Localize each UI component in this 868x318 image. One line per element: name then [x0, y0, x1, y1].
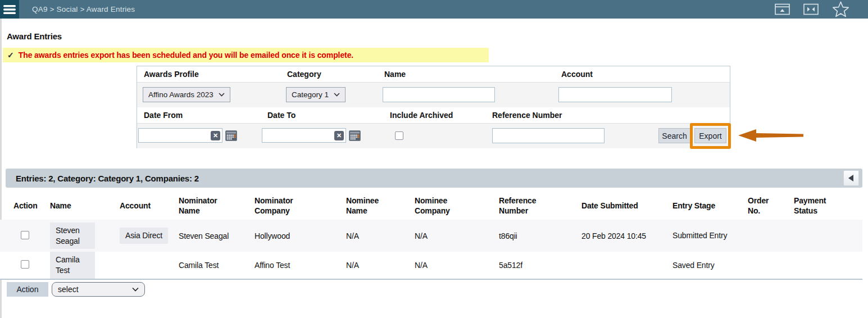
col-nominee-name: Nominee Name [346, 192, 415, 220]
breadcrumb[interactable]: QA9 > Social > Award Entries [32, 0, 135, 19]
row-checkbox[interactable] [21, 231, 29, 239]
cell-nominee-name: N/A [346, 220, 415, 252]
calendar-icon[interactable] [349, 130, 361, 141]
award-entries-page: QA9 > Social > Award Entries [0, 0, 868, 318]
col-account: Account [120, 192, 179, 220]
table-row: Camila Test Camila Test Affino Test N/A … [0, 252, 862, 279]
notice-text: The awards entries export has been sched… [19, 51, 353, 60]
cell-order-no [748, 252, 794, 279]
account-input[interactable] [558, 87, 672, 102]
table-header-row: Action Name Account Nominator Name Nomin… [0, 192, 862, 220]
row-checkbox[interactable] [21, 260, 29, 269]
col-date-submitted: Date Submitted [581, 192, 672, 220]
hamburger-icon [3, 4, 16, 15]
date-to-label: Date To [267, 111, 296, 120]
cell-entry-stage: Saved Entry [672, 252, 748, 279]
topbar-icons [775, 0, 849, 19]
include-archived-checkbox[interactable] [395, 131, 403, 140]
star-icon[interactable] [832, 1, 849, 17]
account-label: Account [561, 70, 593, 79]
clear-date-icon[interactable]: ✕ [211, 131, 220, 140]
col-nominator-company: Nominator Company [255, 192, 346, 220]
table-row: Steven Seagal Asia Direct Steven Seagal … [0, 220, 862, 252]
cell-nominee-company: N/A [415, 220, 499, 252]
triangle-left-icon [847, 174, 855, 182]
category-selected: Category 1 [292, 90, 329, 99]
cell-nominee-name: N/A [346, 252, 415, 279]
action-select[interactable]: select [52, 282, 145, 297]
col-nominee-company: Nominee Company [415, 192, 499, 220]
chevron-down-icon [219, 93, 225, 97]
cell-reference-number: 5a512f [499, 252, 581, 279]
page-title: Award Entries [7, 31, 62, 41]
category-select[interactable]: Category 1 [286, 87, 346, 102]
results-summary: Entries: 2, Category: Category 1, Compan… [16, 174, 199, 183]
action-select-value: select [58, 285, 132, 294]
success-notice: ✓ The awards entries export has been sch… [3, 48, 489, 62]
window-panel-icon[interactable] [775, 3, 790, 15]
col-entry-stage: Entry Stage [672, 192, 748, 220]
date-to-input[interactable]: ✕ [262, 128, 346, 143]
include-archived-label: Include Archived [390, 111, 453, 120]
topbar: QA9 > Social > Award Entries [0, 0, 868, 19]
collapse-panel-button[interactable] [843, 170, 859, 186]
cell-nominator-name: Camila Test [179, 252, 255, 279]
awards-profile-selected: Affino Awards 2023 [148, 90, 213, 99]
cell-nominator-company: Affino Test [255, 252, 346, 279]
hamburger-menu-button[interactable] [0, 0, 19, 19]
entry-name-link[interactable]: Camila Test [50, 252, 95, 279]
date-from-field: ✕ [138, 128, 237, 143]
check-icon: ✓ [7, 51, 14, 60]
cell-payment-status [794, 220, 862, 252]
cell-date-submitted: 20 Feb 2024 10:45 [581, 220, 672, 252]
name-input[interactable] [383, 87, 495, 102]
cell-order-no [748, 220, 794, 252]
col-nominator-name: Nominator Name [179, 192, 255, 220]
cell-entry-stage: Submitted Entry [672, 220, 748, 252]
entry-account-link[interactable]: Asia Direct [120, 228, 168, 244]
chevron-down-icon [132, 287, 139, 292]
reference-number-label: Reference Number [492, 111, 562, 120]
col-action: Action [0, 192, 50, 220]
category-label: Category [287, 70, 321, 79]
cell-nominator-name: Steven Seagal [179, 220, 255, 252]
search-button[interactable]: Search [658, 128, 690, 143]
col-order-no: Order No. [748, 192, 794, 220]
entries-table: Action Name Account Nominator Name Nomin… [0, 192, 862, 280]
chevron-down-icon [334, 93, 340, 97]
clear-date-icon[interactable]: ✕ [334, 131, 344, 140]
col-payment-status: Payment Status [794, 192, 862, 220]
awards-profile-label: Awards Profile [144, 70, 199, 79]
name-label: Name [384, 70, 406, 79]
action-button[interactable]: Action [7, 282, 48, 297]
results-header-bar: Entries: 2, Category: Category 1, Compan… [6, 169, 862, 188]
date-to-field: ✕ [262, 128, 361, 143]
cell-payment-status [794, 252, 862, 279]
filter-panel: Awards Profile Category Name Account Aff… [137, 66, 730, 148]
date-from-label: Date From [144, 111, 183, 120]
collapse-horizontal-icon[interactable] [803, 3, 819, 15]
export-button[interactable]: Export [694, 128, 726, 143]
cell-reference-number: t86qii [499, 220, 581, 252]
annotation-arrow-icon [737, 129, 805, 142]
cell-nominee-company: N/A [415, 252, 499, 279]
col-name: Name [50, 192, 120, 220]
col-reference-number: Reference Number [499, 192, 581, 220]
calendar-icon[interactable] [225, 130, 237, 141]
awards-profile-select[interactable]: Affino Awards 2023 [143, 87, 230, 102]
reference-number-input[interactable] [492, 128, 605, 143]
entry-name-link[interactable]: Steven Seagal [50, 222, 95, 249]
cell-nominator-company: Hollywood [255, 220, 346, 252]
cell-date-submitted [581, 252, 672, 279]
date-from-input[interactable]: ✕ [138, 128, 222, 143]
